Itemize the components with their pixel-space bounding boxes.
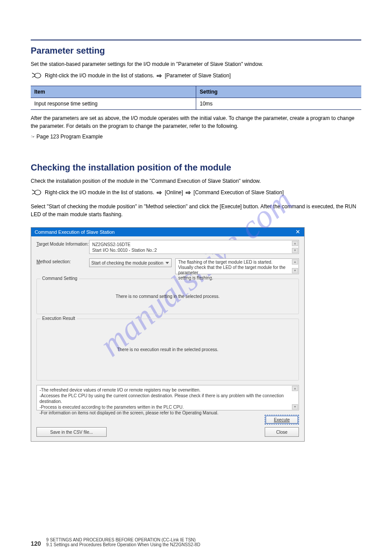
- dialog-bottom-row: Save in the CSV file... Close: [36, 427, 299, 437]
- method-selection-value: Start of checking the module position: [91, 261, 163, 265]
- method-desc-line1: The flashing of the target module LED is…: [178, 260, 273, 265]
- section1-post-text: After the parameters are set as above, t…: [31, 114, 361, 130]
- nav-step-2: [Parameter of Slave Station]: [165, 73, 230, 79]
- method-selection-dropdown[interactable]: Start of checking the module position: [89, 258, 172, 267]
- command-setting-message: There is no command setting in the selec…: [41, 283, 294, 309]
- page-ref-text: Page 123 Program Example: [36, 134, 103, 140]
- target-line2: Start I/O No.:0010 - Station No.:2: [92, 248, 157, 253]
- method-selection-row: Method selection: Start of checking the …: [36, 258, 299, 274]
- scroll-down-icon[interactable]: ▾: [292, 404, 298, 410]
- scroll-up-icon[interactable]: ▴: [292, 259, 298, 265]
- notes-box: -The refreshed device values of remote I…: [36, 385, 299, 410]
- page-content: Parameter setting Set the station-based …: [0, 0, 392, 455]
- nav-path-parameter: Right-click the I/O module in the list o…: [31, 72, 361, 80]
- svg-point-1: [35, 190, 41, 195]
- scroll-up-icon[interactable]: ▴: [292, 386, 298, 391]
- section2-post-nav: Select "Start of checking the module pos…: [31, 203, 361, 218]
- method-description: The flashing of the target module LED is…: [175, 258, 299, 274]
- nav-step-3: [Command Execution of Slave Station]: [194, 189, 284, 196]
- top-divider: [31, 40, 361, 40]
- arrow-icon: ⇨: [157, 189, 162, 196]
- notes-line4: -For information on items not displayed …: [40, 410, 218, 415]
- notes-line3: -Process is executed according to the pa…: [40, 405, 183, 410]
- section1-intro: Set the station-based parameter settings…: [31, 60, 361, 68]
- table-header-setting: Setting: [196, 86, 362, 98]
- nav-step-1: Right-click the I/O module in the list o…: [45, 189, 154, 196]
- footer-chapter-line1: 9 SETTINGS AND PROCEDURES BEFORE OPERATI…: [46, 537, 195, 542]
- scroll-down-icon[interactable]: ▾: [292, 248, 298, 253]
- section-title-checking-position: Checking the installation position of th…: [31, 163, 361, 173]
- page-reference-link[interactable]: ☞ Page 123 Program Example: [31, 133, 361, 141]
- table-header-item: Item: [31, 86, 196, 98]
- nav-step-2: [Online]: [165, 189, 183, 196]
- table-cell-setting: 10ms: [196, 98, 362, 110]
- footer-chapter-line2: 9.1 Settings and Procedures Before Opera…: [46, 542, 200, 547]
- scroll-up-icon[interactable]: ▴: [292, 241, 298, 246]
- page-footer: 120 9 SETTINGS AND PROCEDURES BEFORE OPE…: [31, 537, 361, 547]
- nav-step-1: Right-click the I/O module in the list o…: [45, 73, 154, 79]
- target-module-value: NZ2GNSS2-16DTE Start I/O No.:0010 - Stat…: [89, 240, 299, 254]
- section2-intro: Check the installation position of the m…: [31, 177, 361, 185]
- table-row: Input response time setting 10ms: [31, 98, 361, 110]
- arrow-icon: ⇨: [157, 72, 162, 79]
- arrow-icon: ⇨: [186, 189, 191, 196]
- close-icon[interactable]: ✕: [291, 229, 304, 236]
- dialog-title: Command Execution of Slave Station: [35, 229, 115, 235]
- execution-result-label: Execution Result: [40, 316, 77, 321]
- dialog-body: Target Module Information: NZ2GNSS2-16DT…: [31, 236, 304, 441]
- target-module-row: Target Module Information: NZ2GNSS2-16DT…: [36, 240, 299, 254]
- notes-line2: -Accesses the PLC CPU by using the curre…: [40, 393, 284, 404]
- execute-button[interactable]: Execute: [265, 415, 299, 424]
- save-csv-button[interactable]: Save in the CSV file...: [36, 427, 107, 437]
- section-title-parameter-setting: Parameter setting: [31, 46, 361, 56]
- execution-result-message: There is no execution result in the sele…: [41, 323, 294, 376]
- page-number: 120: [31, 540, 41, 547]
- command-setting-fieldset: Command Setting There is no command sett…: [36, 279, 299, 314]
- target-module-label: Target Module Information:: [36, 240, 89, 247]
- table-cell-item: Input response time setting: [31, 98, 196, 110]
- dialog-button-row: Execute: [36, 415, 299, 424]
- command-setting-label: Command Setting: [40, 276, 79, 281]
- method-desc-line2: Visually check that the LED of the targe…: [178, 265, 285, 275]
- scroll-down-icon[interactable]: ▾: [292, 268, 298, 273]
- dialog-titlebar[interactable]: Command Execution of Slave Station ✕: [31, 228, 304, 236]
- close-button[interactable]: Close: [265, 427, 299, 437]
- mouse-icon: [31, 72, 42, 80]
- mouse-icon: [31, 189, 42, 196]
- target-line1: NZ2GNSS2-16DTE: [92, 242, 130, 247]
- notes-line1: -The refreshed device values of remote I…: [40, 388, 201, 392]
- method-selection-label: Method selection:: [36, 258, 89, 264]
- execution-result-fieldset: Execution Result There is no execution r…: [36, 319, 299, 381]
- svg-point-0: [35, 73, 41, 78]
- command-execution-dialog: Command Execution of Slave Station ✕ Tar…: [31, 227, 305, 442]
- parameter-table: Item Setting Input response time setting…: [31, 86, 361, 110]
- nav-path-command: Right-click the I/O module in the list o…: [31, 189, 361, 196]
